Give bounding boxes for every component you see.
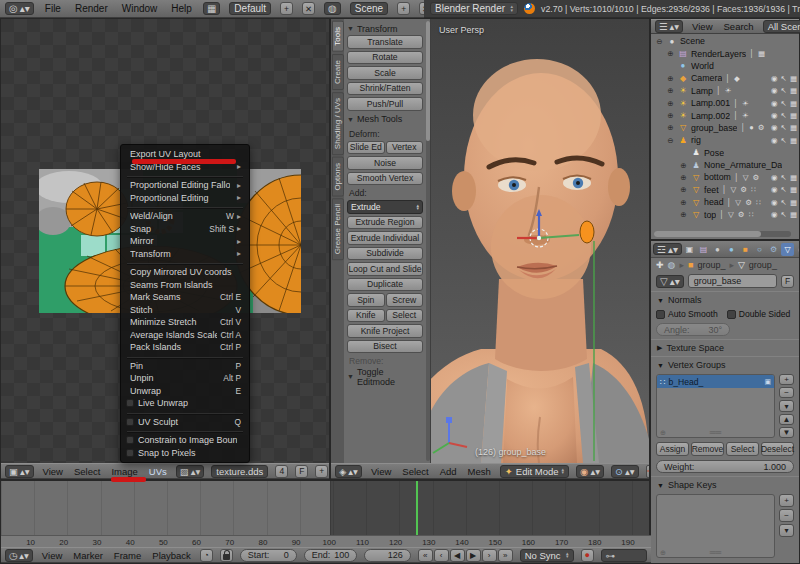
editor-type-selector[interactable]: ◷▴▾ (5, 549, 33, 562)
outliner-row[interactable]: ● World ◉ ↖ ▦ (651, 60, 799, 72)
context-menu-item[interactable]: Pack Islands Ctrl P ▸ (121, 341, 249, 354)
menu-marker[interactable]: Marker (71, 550, 105, 561)
editor-type-selector[interactable]: ▣▴▾ (5, 465, 34, 478)
expander-icon[interactable]: ⊕ (679, 173, 688, 182)
selectability-cursor-icon[interactable]: ↖ (781, 185, 787, 194)
physics-tab[interactable]: ○ (753, 243, 766, 256)
menu-view[interactable]: View (41, 466, 65, 477)
outliner-horizontal-scrollbar[interactable] (654, 231, 791, 237)
tool-shelf-tab[interactable]: Shading / UVs (332, 92, 344, 155)
tool-button-vertex-slide[interactable]: Vertex (386, 141, 424, 155)
expander-icon[interactable]: ⊕ (679, 185, 688, 194)
modifiers-tab[interactable]: ⚙ (767, 243, 780, 256)
expander-icon[interactable]: ⊕ (666, 74, 675, 83)
context-menu-item[interactable]: Minimize Stretch Ctrl V ▸ (121, 316, 249, 329)
fake-user-button[interactable]: F (781, 275, 794, 288)
mesh-data-selector[interactable]: ▽▴▾ (656, 275, 684, 288)
context-menu-item[interactable]: Live Unwrap ▸ (121, 397, 249, 410)
lock-icon[interactable]: ▣ (764, 378, 771, 386)
menu-item[interactable]: Render (73, 3, 110, 14)
outliner-row[interactable]: ⊕ ♟ None_Armature_Da ◉ ↖ ▦ (651, 159, 799, 171)
checkbox-icon[interactable] (126, 399, 134, 407)
shape-key-specials-button[interactable]: ▾ (779, 524, 794, 537)
tool-button[interactable]: Scale (347, 66, 423, 80)
next-keyframe-button[interactable]: › (482, 549, 497, 562)
tool-button[interactable]: Duplicate (347, 278, 423, 292)
scene-tab[interactable]: ● (711, 243, 724, 256)
context-menu-item[interactable]: Mark Seams Ctrl E ▸ (121, 291, 249, 304)
selectability-cursor-icon[interactable]: ↖ (781, 86, 787, 95)
context-menu-item[interactable]: Pin P ▸ (121, 360, 249, 373)
menu-search[interactable]: Search (722, 21, 756, 32)
render-layers-tab[interactable]: ▤ (697, 243, 710, 256)
move-group-up-button[interactable]: ▲ (779, 414, 794, 425)
render-camera-icon[interactable]: ▦ (790, 185, 797, 194)
selectability-cursor-icon[interactable]: ↖ (781, 198, 787, 207)
menu-uvs[interactable]: UVs (147, 466, 169, 477)
vertex-group-item[interactable]: ∷ b_Head_ ▣ (657, 375, 774, 388)
datablock-name-field[interactable]: group_base (688, 274, 777, 288)
tool-shelf-tab[interactable]: Create (332, 54, 344, 90)
expander-icon[interactable]: ⊕ (666, 99, 675, 108)
outliner-row[interactable]: ⊕ ◆ Camera │ ◆ ◉ ↖ ▦ (651, 72, 799, 84)
menu-select[interactable]: Select (72, 466, 102, 477)
transform-panel-header[interactable]: ▼ Transform (347, 22, 423, 35)
expander-icon[interactable]: ⊕ (666, 86, 675, 95)
selectability-cursor-icon[interactable]: ↖ (781, 99, 787, 108)
context-menu-item[interactable]: Weld/Align W ▸ (121, 210, 249, 223)
selectability-cursor-icon[interactable]: ↖ (781, 173, 787, 182)
editor-type-selector[interactable]: ☰▴▾ (655, 20, 683, 33)
outliner-row[interactable]: ♟ Pose ◉ ↖ ▦ (651, 147, 799, 159)
object-tab[interactable]: ■ (739, 243, 752, 256)
jump-to-start-button[interactable]: « (418, 549, 433, 562)
tool-shelf-tab[interactable]: Options (332, 157, 344, 197)
expander-icon[interactable]: ⊕ (679, 210, 688, 219)
selectability-cursor-icon[interactable]: ↖ (781, 210, 787, 219)
double-sided-checkbox[interactable] (727, 310, 736, 319)
visibility-eye-icon[interactable]: ◉ (771, 210, 778, 219)
tool-button[interactable]: Extrude Individual (347, 231, 423, 245)
expander-icon[interactable]: ⊕ (666, 123, 675, 132)
auto-keyframe-record-button[interactable]: ● (581, 549, 594, 562)
tool-button[interactable]: Translate (347, 35, 423, 49)
shape-keys-panel-header[interactable]: ▼ Shape Keys (651, 478, 799, 492)
timeline-area[interactable] (1, 481, 651, 535)
play-reverse-button[interactable]: ◀ (450, 549, 465, 562)
tool-button[interactable]: Shrink/Fatten (347, 82, 423, 96)
shape-keys-list[interactable]: ⊕══ (656, 494, 775, 558)
add-scene-button[interactable]: + (397, 2, 410, 15)
weight-slider[interactable]: Weight:1.000 (656, 460, 794, 473)
render-camera-icon[interactable]: ▦ (790, 99, 797, 108)
outliner-row[interactable]: ⊖ ♟ rig ◉ ↖ ▦ (651, 134, 799, 146)
visibility-eye-icon[interactable]: ◉ (771, 185, 778, 194)
menu-mesh[interactable]: Mesh (466, 466, 493, 477)
vertex-group-specials-button[interactable]: ▾ (779, 400, 794, 411)
render-camera-icon[interactable]: ▦ (790, 86, 797, 95)
vertex-group-action-button[interactable]: Assign (656, 442, 689, 456)
context-menu-item[interactable]: Export UV Layout ▸ (121, 148, 249, 161)
context-menu-item[interactable]: Unpin Alt P ▸ (121, 372, 249, 385)
tool-button-knife-select[interactable]: Select (386, 309, 424, 323)
new-image-button[interactable]: + (315, 465, 328, 478)
editor-type-selector[interactable]: ☲▴▾ (653, 243, 682, 255)
fake-user-button[interactable]: F (295, 465, 308, 478)
tool-button[interactable]: Rotate (347, 51, 423, 65)
menu-view[interactable]: View (690, 21, 714, 32)
tool-button-knife[interactable]: Knife (347, 309, 385, 323)
editor-type-selector[interactable]: ◎▴▾ (5, 2, 34, 15)
render-camera-icon[interactable]: ▦ (790, 74, 797, 83)
tool-shelf-tab[interactable]: Tools (332, 21, 344, 52)
render-tab[interactable]: ▣ (683, 243, 696, 256)
tool-button-screw[interactable]: Screw (386, 293, 424, 307)
visibility-eye-icon[interactable]: ◉ (771, 86, 778, 95)
image-browse-selector[interactable]: ▨▴▾ (176, 465, 205, 478)
selectability-cursor-icon[interactable]: ↖ (781, 111, 787, 120)
outliner-row[interactable]: ⊕ ▤ RenderLayers │ ▦ ◉ ↖ ▦ (651, 47, 799, 59)
menu-frame[interactable]: Frame (112, 550, 143, 561)
add-shape-key-button[interactable]: + (779, 494, 794, 507)
menu-item[interactable]: Help (169, 3, 194, 14)
outliner-row[interactable]: ⊕ ▽ head │ ▽ ⚙ ∷ ◉ ↖ ▦ (651, 196, 799, 208)
extrude-dropdown[interactable]: Extrude ▴▾ (347, 200, 423, 214)
tool-button-spin[interactable]: Spin (347, 293, 385, 307)
move-group-down-button[interactable]: ▼ (779, 427, 794, 438)
